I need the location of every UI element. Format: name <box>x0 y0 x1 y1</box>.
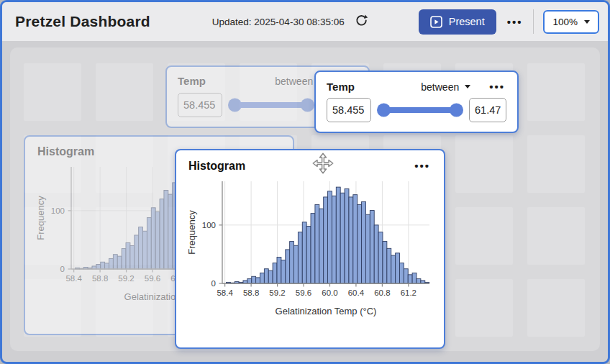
more-icon: ••• <box>507 17 523 27</box>
range-slider[interactable] <box>378 107 462 113</box>
histogram-card[interactable]: Histogram ••• 58.458.859.259.660.060.460… <box>175 149 445 349</box>
temp-card-controls <box>327 98 506 122</box>
svg-text:Frequency: Frequency <box>35 196 46 240</box>
more-icon: ••• <box>489 81 505 92</box>
slider-track <box>231 102 311 108</box>
more-icon: ••• <box>414 160 430 171</box>
svg-text:60.8: 60.8 <box>374 288 390 297</box>
slider-handle-max[interactable] <box>450 104 463 117</box>
present-label: Present <box>449 16 485 27</box>
chevron-down-icon <box>584 20 590 24</box>
grid-placeholder-cell <box>527 279 585 337</box>
svg-text:60.0: 60.0 <box>322 288 337 297</box>
grid-placeholder-cell <box>527 207 585 265</box>
present-button[interactable]: Present <box>419 9 496 35</box>
zoom-level-value: 100% <box>552 17 578 27</box>
play-icon <box>430 16 442 28</box>
svg-text:58.8: 58.8 <box>92 274 108 283</box>
svg-text:0: 0 <box>211 279 216 288</box>
grid-placeholder-cell <box>527 63 585 121</box>
svg-text:Gelatinization Temp (°C): Gelatinization Temp (°C) <box>276 306 377 317</box>
updated-status: Updated: 2025-04-30 08:35:06 <box>212 12 370 31</box>
dashboard-canvas: Temp between ••• Temp <box>2 41 608 362</box>
operator-value: between <box>275 76 313 87</box>
move-cursor-icon[interactable] <box>312 153 334 174</box>
filter-title: Temp <box>178 75 206 87</box>
grid-placeholder-cell <box>96 63 153 121</box>
slider-handle-min <box>228 99 242 112</box>
svg-text:59.6: 59.6 <box>296 288 311 297</box>
grid-placeholder-cell <box>455 279 513 337</box>
header-bar: Pretzel Dashboard Updated: 2025-04-30 08… <box>2 2 608 41</box>
svg-text:61.2: 61.2 <box>401 288 416 297</box>
svg-text:58.8: 58.8 <box>243 288 259 297</box>
card-more-button[interactable]: ••• <box>413 159 432 173</box>
filter-title: Temp <box>327 81 355 93</box>
max-value-input[interactable] <box>469 98 506 122</box>
svg-text:100: 100 <box>202 221 216 229</box>
temp-card-header: Temp between ••• <box>327 80 506 94</box>
chevron-down-icon <box>465 85 470 88</box>
zoom-level-dropdown[interactable]: 100% <box>543 10 599 34</box>
refresh-button[interactable] <box>353 12 370 31</box>
svg-text:59.2: 59.2 <box>118 274 134 283</box>
grid-placeholder-cell <box>527 135 585 193</box>
svg-text:60.4: 60.4 <box>348 288 365 297</box>
svg-text:0: 0 <box>60 265 65 273</box>
header-more-button[interactable]: ••• <box>506 15 524 29</box>
operator-value: between <box>421 81 459 93</box>
updated-label: Updated: 2025-04-30 08:35:06 <box>212 17 345 27</box>
grid-placeholder-cell <box>455 135 513 193</box>
svg-text:59.2: 59.2 <box>269 288 285 297</box>
svg-text:100: 100 <box>51 206 65 215</box>
page-title: Pretzel Dashboard <box>15 13 150 30</box>
slider-handle-max <box>301 99 314 112</box>
histogram-title: Histogram <box>37 145 94 158</box>
card-more-button[interactable]: ••• <box>488 80 506 94</box>
grid-placeholder-cell <box>24 63 81 121</box>
min-value-input <box>178 93 222 117</box>
histogram-title: Histogram <box>188 160 245 173</box>
temp-filter-card[interactable]: Temp between ••• <box>314 70 519 133</box>
header-divider <box>533 9 534 34</box>
grid-placeholder-cell <box>455 207 513 265</box>
refresh-icon <box>355 14 368 29</box>
slider-handle-min[interactable] <box>377 104 391 117</box>
app-window: Pretzel Dashboard Updated: 2025-04-30 08… <box>0 0 610 364</box>
operator-dropdown[interactable]: between <box>421 81 470 93</box>
svg-text:58.4: 58.4 <box>65 274 82 283</box>
svg-text:Frequency: Frequency <box>186 210 197 255</box>
svg-text:59.6: 59.6 <box>145 274 160 283</box>
min-value-input[interactable] <box>327 98 371 122</box>
histogram-card-header: Histogram ••• <box>185 158 435 173</box>
svg-text:58.4: 58.4 <box>217 288 233 297</box>
range-slider <box>229 102 313 108</box>
header-actions: Present ••• 100% <box>419 9 599 35</box>
slider-track <box>380 107 460 113</box>
histogram-plot: 58.458.859.259.660.060.460.861.20100Gela… <box>185 176 435 341</box>
